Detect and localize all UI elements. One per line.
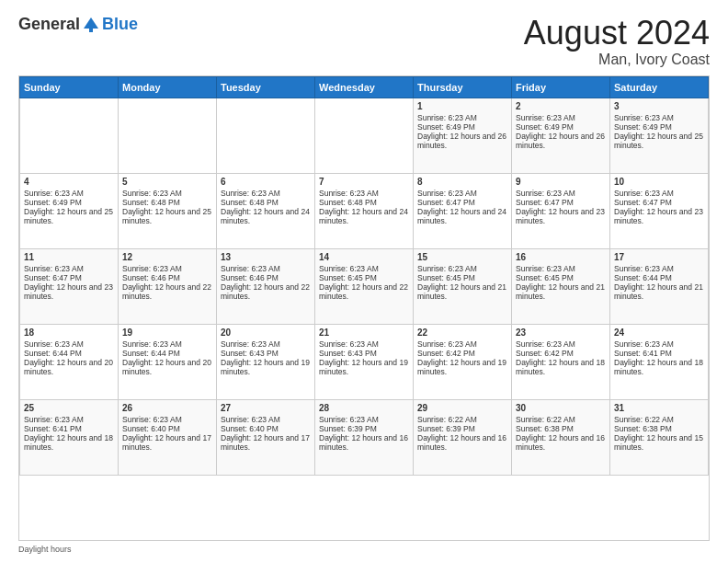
calendar-cell: 28Sunrise: 6:23 AMSunset: 6:39 PMDayligh…: [315, 399, 414, 475]
cell-text: Sunset: 6:49 PM: [516, 122, 606, 132]
title-block: August 2024 Man, Ivory Coast: [524, 15, 710, 68]
day-number: 14: [319, 252, 409, 262]
day-number: 7: [319, 177, 409, 187]
cell-text: Sunrise: 6:23 AM: [24, 189, 114, 198]
calendar-cell: 16Sunrise: 6:23 AMSunset: 6:45 PMDayligh…: [512, 248, 610, 324]
day-number: 13: [221, 252, 311, 262]
header-day-tuesday: Tuesday: [217, 76, 315, 98]
cell-text: Daylight: 12 hours and 19 minutes.: [417, 358, 507, 376]
day-number: 4: [24, 177, 114, 187]
calendar-cell: 22Sunrise: 6:23 AMSunset: 6:42 PMDayligh…: [414, 324, 512, 399]
cell-text: Daylight: 12 hours and 24 minutes.: [417, 207, 507, 225]
cell-text: Daylight: 12 hours and 21 minutes.: [516, 282, 606, 301]
cell-text: Sunrise: 6:23 AM: [614, 189, 704, 198]
cell-text: Sunrise: 6:23 AM: [221, 339, 311, 349]
cell-text: Sunrise: 6:22 AM: [516, 415, 606, 424]
cell-text: Sunset: 6:49 PM: [24, 198, 114, 207]
cell-text: Sunset: 6:41 PM: [24, 424, 114, 433]
cell-text: Sunrise: 6:23 AM: [122, 189, 212, 198]
cell-text: Daylight: 12 hours and 25 minutes.: [122, 207, 212, 225]
calendar-cell: 12Sunrise: 6:23 AMSunset: 6:46 PMDayligh…: [119, 248, 217, 324]
calendar-cell: 19Sunrise: 6:23 AMSunset: 6:44 PMDayligh…: [119, 324, 217, 399]
cell-text: Daylight: 12 hours and 23 minutes.: [24, 282, 114, 301]
location: Man, Ivory Coast: [524, 52, 710, 68]
calendar-cell: [315, 98, 414, 173]
calendar-cell: 23Sunrise: 6:23 AMSunset: 6:42 PMDayligh…: [512, 324, 610, 399]
calendar-cell: 26Sunrise: 6:23 AMSunset: 6:40 PMDayligh…: [119, 399, 217, 475]
calendar-cell: 25Sunrise: 6:23 AMSunset: 6:41 PMDayligh…: [20, 399, 119, 475]
cell-text: Sunrise: 6:23 AM: [221, 189, 311, 198]
cell-text: Sunset: 6:46 PM: [122, 273, 212, 282]
daylight-hours-label: Daylight hours: [18, 545, 72, 554]
cell-text: Daylight: 12 hours and 20 minutes.: [122, 358, 212, 376]
cell-text: Sunset: 6:42 PM: [417, 349, 507, 358]
cell-text: Daylight: 12 hours and 18 minutes.: [24, 433, 114, 452]
day-number: 22: [417, 327, 507, 338]
cell-text: Sunset: 6:45 PM: [319, 273, 409, 282]
calendar-cell: 18Sunrise: 6:23 AMSunset: 6:44 PMDayligh…: [20, 324, 119, 399]
day-number: 19: [122, 327, 212, 338]
cell-text: Daylight: 12 hours and 20 minutes.: [24, 358, 114, 376]
calendar-cell: 14Sunrise: 6:23 AMSunset: 6:45 PMDayligh…: [315, 248, 414, 324]
cell-text: Sunset: 6:44 PM: [614, 273, 704, 282]
calendar-cell: 13Sunrise: 6:23 AMSunset: 6:46 PMDayligh…: [217, 248, 315, 324]
cell-text: Daylight: 12 hours and 25 minutes.: [24, 207, 114, 225]
calendar-cell: 1Sunrise: 6:23 AMSunset: 6:49 PMDaylight…: [414, 98, 512, 173]
svg-marker-0: [84, 17, 98, 29]
cell-text: Sunset: 6:38 PM: [614, 424, 704, 433]
cell-text: Sunset: 6:49 PM: [614, 122, 704, 132]
cell-text: Daylight: 12 hours and 17 minutes.: [122, 433, 212, 452]
calendar-cell: 15Sunrise: 6:23 AMSunset: 6:45 PMDayligh…: [414, 248, 512, 324]
cell-text: Daylight: 12 hours and 26 minutes.: [516, 132, 606, 150]
cell-text: Sunrise: 6:23 AM: [319, 264, 409, 273]
cell-text: Sunrise: 6:23 AM: [24, 415, 114, 424]
cell-text: Sunset: 6:48 PM: [319, 198, 409, 207]
header-row: SundayMondayTuesdayWednesdayThursdayFrid…: [20, 76, 709, 98]
header-day-friday: Friday: [512, 76, 610, 98]
cell-text: Sunrise: 6:23 AM: [122, 339, 212, 349]
cell-text: Daylight: 12 hours and 18 minutes.: [614, 358, 704, 376]
day-number: 31: [614, 403, 704, 413]
calendar-cell: [119, 98, 217, 173]
cell-text: Daylight: 12 hours and 15 minutes.: [614, 433, 704, 452]
cell-text: Daylight: 12 hours and 21 minutes.: [417, 282, 507, 301]
calendar: SundayMondayTuesdayWednesdayThursdayFrid…: [18, 75, 710, 541]
cell-text: Daylight: 12 hours and 24 minutes.: [221, 207, 311, 225]
page: General Blue August 2024 Man, Ivory Coas…: [0, 0, 728, 563]
day-number: 2: [516, 101, 606, 111]
cell-text: Sunrise: 6:23 AM: [122, 264, 212, 273]
cell-text: Sunset: 6:39 PM: [417, 424, 507, 433]
cell-text: Sunrise: 6:23 AM: [319, 415, 409, 424]
calendar-cell: 24Sunrise: 6:23 AMSunset: 6:41 PMDayligh…: [610, 324, 709, 399]
calendar-cell: 20Sunrise: 6:23 AMSunset: 6:43 PMDayligh…: [217, 324, 315, 399]
cell-text: Sunrise: 6:23 AM: [614, 113, 704, 122]
cell-text: Sunset: 6:45 PM: [417, 273, 507, 282]
svg-rect-1: [89, 29, 93, 32]
day-number: 24: [614, 327, 704, 338]
calendar-cell: 5Sunrise: 6:23 AMSunset: 6:48 PMDaylight…: [119, 173, 217, 248]
cell-text: Daylight: 12 hours and 16 minutes.: [516, 433, 606, 452]
cell-text: Sunrise: 6:22 AM: [614, 415, 704, 424]
day-number: 3: [614, 101, 704, 111]
footer: Daylight hours: [18, 545, 710, 554]
day-number: 6: [221, 177, 311, 187]
day-number: 11: [24, 252, 114, 262]
cell-text: Sunrise: 6:23 AM: [614, 264, 704, 273]
calendar-cell: 17Sunrise: 6:23 AMSunset: 6:44 PMDayligh…: [610, 248, 709, 324]
header-day-sunday: Sunday: [20, 76, 119, 98]
cell-text: Sunset: 6:47 PM: [614, 198, 704, 207]
header-day-wednesday: Wednesday: [315, 76, 414, 98]
cell-text: Sunset: 6:48 PM: [221, 198, 311, 207]
calendar-cell: [217, 98, 315, 173]
calendar-cell: 30Sunrise: 6:22 AMSunset: 6:38 PMDayligh…: [512, 399, 610, 475]
day-number: 30: [516, 403, 606, 413]
cell-text: Daylight: 12 hours and 22 minutes.: [122, 282, 212, 301]
calendar-cell: 27Sunrise: 6:23 AMSunset: 6:40 PMDayligh…: [217, 399, 315, 475]
calendar-cell: 29Sunrise: 6:22 AMSunset: 6:39 PMDayligh…: [414, 399, 512, 475]
logo: General Blue: [18, 15, 138, 34]
logo-blue-text: Blue: [102, 15, 138, 34]
calendar-week-row: 1Sunrise: 6:23 AMSunset: 6:49 PMDaylight…: [20, 98, 709, 173]
cell-text: Sunrise: 6:23 AM: [516, 264, 606, 273]
cell-text: Sunrise: 6:23 AM: [417, 339, 507, 349]
cell-text: Daylight: 12 hours and 22 minutes.: [319, 282, 409, 301]
